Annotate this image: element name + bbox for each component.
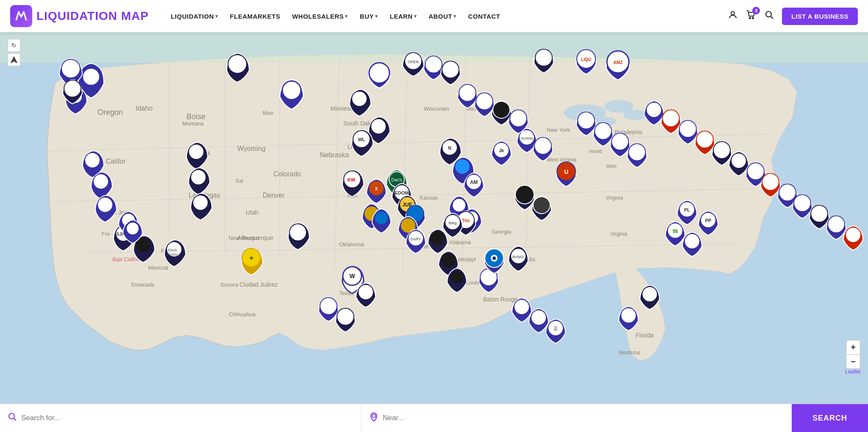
svg-point-163 bbox=[493, 101, 510, 118]
svg-point-2 bbox=[752, 17, 754, 19]
location-icon bbox=[369, 412, 378, 424]
svg-text:Black: Black bbox=[168, 248, 178, 252]
svg-text:☀: ☀ bbox=[249, 256, 253, 261]
svg-point-161 bbox=[459, 84, 476, 101]
svg-point-162 bbox=[476, 93, 493, 110]
chevron-down-icon: ▾ bbox=[453, 14, 456, 19]
nav-learn[interactable]: LEARN ▾ bbox=[384, 9, 422, 23]
svg-point-93 bbox=[282, 81, 301, 100]
list-business-button[interactable]: LIST A BUSINESS bbox=[782, 8, 858, 25]
svg-text:AMZ: AMZ bbox=[613, 60, 623, 65]
logo-text: LIQUIDATION MAP bbox=[36, 9, 149, 23]
svg-point-144 bbox=[731, 153, 746, 168]
svg-text:Fre: Fre bbox=[102, 231, 110, 237]
search-bar: SEARCH bbox=[0, 404, 868, 432]
logo-area[interactable]: LIQUIDATION MAP bbox=[10, 5, 149, 27]
svg-point-137 bbox=[612, 133, 629, 150]
svg-point-164 bbox=[510, 110, 527, 127]
svg-text:Georgia: Georgia bbox=[492, 229, 512, 235]
nav-about[interactable]: ABOUT ▾ bbox=[423, 9, 461, 23]
svg-text:West Virginia: West Virginia bbox=[547, 157, 577, 163]
svg-text:Albuquerque: Albuquerque bbox=[237, 234, 273, 241]
svg-point-156 bbox=[535, 49, 552, 66]
svg-text:Wisconsin: Wisconsin bbox=[424, 106, 449, 112]
svg-point-159 bbox=[425, 56, 442, 73]
svg-text:OPEN: OPEN bbox=[408, 60, 419, 64]
search-icon bbox=[8, 412, 17, 424]
svg-point-124 bbox=[452, 198, 466, 212]
chevron-down-icon: ▾ bbox=[414, 14, 417, 19]
svg-point-88 bbox=[193, 195, 208, 210]
svg-text:DARY: DARY bbox=[411, 237, 421, 241]
svg-point-141 bbox=[679, 120, 696, 137]
svg-point-150 bbox=[828, 216, 845, 233]
svg-text:LIQU: LIQU bbox=[581, 57, 591, 62]
svg-text:PP: PP bbox=[705, 218, 712, 223]
svg-point-113 bbox=[430, 231, 445, 246]
map-controls: ↻ bbox=[8, 39, 20, 66]
svg-marker-5 bbox=[11, 57, 17, 63]
search-button[interactable]: SEARCH bbox=[792, 404, 868, 432]
nav-wholesalers[interactable]: WHOLESALERS ▾ bbox=[287, 9, 353, 23]
svg-point-172 bbox=[514, 299, 529, 315]
svg-point-151 bbox=[846, 227, 861, 242]
nav-buy[interactable]: BUY ▾ bbox=[355, 9, 383, 23]
svg-text:$$: $$ bbox=[673, 229, 678, 234]
zoom-in-button[interactable]: + bbox=[846, 340, 860, 354]
svg-point-115 bbox=[450, 270, 464, 284]
svg-point-134 bbox=[534, 137, 551, 154]
svg-text:Ensenada: Ensenada bbox=[131, 282, 154, 288]
svg-text:Mexicali: Mexicali bbox=[148, 265, 168, 271]
svg-point-181 bbox=[369, 63, 389, 83]
map-location-button[interactable] bbox=[8, 53, 20, 66]
search-icon[interactable] bbox=[764, 10, 774, 22]
zoom-out-button[interactable]: − bbox=[846, 354, 860, 369]
svg-point-149 bbox=[811, 205, 828, 222]
svg-point-194 bbox=[9, 413, 14, 419]
nav-fleamarkets[interactable]: FLEAMARKETS bbox=[225, 9, 285, 23]
cart-icon[interactable]: 0 bbox=[746, 9, 757, 23]
svg-text:Dan's: Dan's bbox=[391, 178, 402, 182]
svg-text:Tim: Tim bbox=[462, 218, 470, 223]
svg-text:Chihuahua: Chihuahua bbox=[229, 311, 256, 318]
svg-text:New York: New York bbox=[547, 127, 570, 133]
svg-text:Virginia: Virginia bbox=[610, 231, 627, 237]
svg-point-95 bbox=[371, 119, 386, 134]
svg-text:Idaho: Idaho bbox=[136, 105, 153, 112]
location-input[interactable] bbox=[383, 414, 784, 422]
svg-point-109 bbox=[375, 211, 388, 225]
header-actions: 0 LIST A BUSINESS bbox=[728, 8, 858, 25]
svg-line-4 bbox=[771, 17, 773, 19]
svg-text:Utah: Utah bbox=[246, 209, 259, 216]
svg-text:Kansas: Kansas bbox=[420, 195, 438, 201]
svg-point-167 bbox=[684, 234, 700, 249]
svg-text:Sal: Sal bbox=[235, 178, 243, 184]
search-input[interactable] bbox=[21, 414, 353, 422]
svg-point-86 bbox=[189, 144, 204, 159]
svg-text:BANG!: BANG! bbox=[512, 255, 524, 259]
svg-text:PL: PL bbox=[684, 207, 690, 212]
svg-point-147 bbox=[779, 184, 796, 201]
svg-text:Jk: Jk bbox=[499, 148, 504, 153]
svg-point-135 bbox=[578, 112, 595, 129]
nav-liquidation[interactable]: LIQUIDATION ▾ bbox=[166, 9, 223, 23]
svg-point-145 bbox=[747, 163, 764, 180]
zoom-controls: + − bbox=[846, 340, 860, 369]
svg-text:Friday: Friday bbox=[167, 252, 178, 256]
user-icon[interactable] bbox=[728, 10, 738, 22]
svg-point-76 bbox=[93, 174, 108, 189]
svg-point-3 bbox=[766, 11, 771, 17]
header: LIQUIDATION MAP LIQUIDATION ▾ FLEAMARKET… bbox=[0, 0, 868, 32]
svg-text:Wyoming: Wyoming bbox=[237, 145, 266, 152]
svg-point-143 bbox=[713, 142, 730, 159]
leaflet-attribution[interactable]: Leaflet bbox=[845, 369, 860, 375]
map-container[interactable]: Oregon Califor Idaho Boise Nevada Las Ve… bbox=[0, 32, 868, 404]
svg-point-192 bbox=[61, 59, 80, 78]
svg-point-148 bbox=[794, 195, 811, 212]
map-refresh-button[interactable]: ↻ bbox=[8, 39, 20, 52]
location-input-wrap bbox=[362, 404, 792, 432]
svg-point-75 bbox=[85, 153, 100, 168]
nav-contact[interactable]: CONTACT bbox=[463, 9, 505, 23]
svg-text:☰: ☰ bbox=[554, 326, 558, 331]
svg-point-92 bbox=[228, 55, 247, 73]
